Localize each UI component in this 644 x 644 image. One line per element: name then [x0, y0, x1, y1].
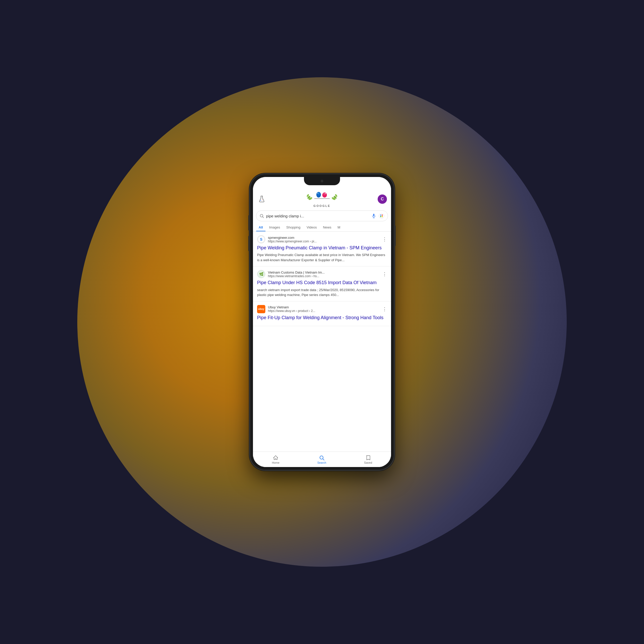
more-options-2[interactable]: ⋮ — [382, 272, 387, 276]
nav-saved[interactable]: Saved — [364, 455, 372, 464]
result-title-3[interactable]: Pipe Fit-Up Clamp for Welding Alignment … — [257, 315, 387, 321]
search-nav-icon — [319, 455, 325, 461]
svg-line-17 — [262, 217, 264, 218]
tab-images[interactable]: Images — [267, 223, 283, 231]
source-name-2: Vietnam Customs Data | Vietnam Im... — [268, 270, 380, 274]
google-header: GOOGLE C — [253, 190, 391, 209]
tab-news[interactable]: News — [320, 223, 334, 231]
svg-line-26 — [323, 459, 324, 460]
more-options-3[interactable]: ⋮ — [382, 307, 387, 311]
source-logo-spm: S — [257, 235, 265, 243]
phone-device: GOOGLE C pipe welding clamp i... — [250, 174, 394, 470]
svg-text:S: S — [260, 237, 262, 241]
search-query: pipe welding clamp i... — [266, 214, 369, 218]
result-title-1[interactable]: Pipe Welding Pneumatic Clamp in Vietnam … — [257, 245, 387, 251]
source-info-3: Ubuy Vietnam https://www.ubuy.vn › produ… — [268, 305, 380, 313]
result-title-2[interactable]: Pipe Clamp Under HS Code 8515 Import Dat… — [257, 280, 387, 286]
source-url-2: https://www.vietnamtrades.com › hs... — [268, 274, 380, 278]
nav-search-label: Search — [317, 461, 326, 464]
microphone-icon[interactable] — [371, 213, 376, 218]
source-name-3: Ubuy Vietnam — [268, 305, 380, 309]
svg-point-13 — [325, 193, 326, 194]
svg-point-9 — [317, 192, 320, 195]
doodle-image — [305, 191, 339, 204]
svg-point-1 — [262, 200, 262, 200]
google-doodle: GOOGLE — [305, 191, 339, 207]
nav-home[interactable]: Home — [272, 455, 279, 464]
search-icon — [259, 214, 264, 218]
tab-all[interactable]: All — [256, 223, 266, 231]
flask-icon[interactable] — [257, 194, 266, 204]
svg-point-12 — [323, 192, 326, 195]
result-card-2: 🌿 Vietnam Customs Data | Vietnam Im... h… — [253, 266, 391, 301]
more-options-1[interactable]: ⋮ — [382, 237, 387, 242]
svg-point-0 — [260, 200, 261, 201]
doodle-label: GOOGLE — [313, 204, 331, 207]
phone-frame: GOOGLE C pipe welding clamp i... — [250, 174, 394, 470]
source-logo-ubuy: ubuy — [257, 305, 265, 313]
phone-screen: GOOGLE C pipe welding clamp i... — [253, 177, 391, 467]
screen-content: GOOGLE C pipe welding clamp i... — [253, 177, 391, 467]
tab-shopping[interactable]: Shopping — [284, 223, 303, 231]
result-desc-1: Pipe Welding Pneumatic Clamp available a… — [257, 252, 387, 262]
result-card-3: ubuy Ubuy Vietnam https://www.ubuy.vn › … — [253, 301, 391, 326]
nav-search[interactable]: Search — [317, 455, 326, 464]
notch — [304, 177, 340, 185]
source-info-2: Vietnam Customs Data | Vietnam Im... htt… — [268, 270, 380, 278]
result-source-2: 🌿 Vietnam Customs Data | Vietnam Im... h… — [257, 270, 387, 278]
volume-down-button[interactable] — [248, 236, 250, 251]
source-logo-vietnam: 🌿 — [257, 270, 265, 278]
front-camera — [321, 180, 323, 182]
source-url-1: https://www.spmengineer.com › pi... — [268, 240, 380, 243]
home-icon — [273, 455, 278, 461]
source-name-1: spmengineer.com — [268, 236, 380, 240]
search-tabs: All Images Shopping Videos News — [253, 223, 391, 232]
bookmark-icon — [365, 455, 371, 461]
result-source-1: S spmengineer.com https://www.spmenginee… — [257, 235, 387, 243]
power-button[interactable] — [394, 225, 396, 246]
user-avatar[interactable]: C — [378, 194, 387, 204]
google-lens-icon[interactable] — [378, 213, 385, 219]
nav-saved-label: Saved — [364, 461, 372, 464]
search-bar[interactable]: pipe welding clamp i... — [256, 210, 388, 221]
volume-up-button[interactable] — [248, 215, 250, 231]
result-source-3: ubuy Ubuy Vietnam https://www.ubuy.vn › … — [257, 305, 387, 313]
svg-rect-18 — [373, 214, 375, 216]
bottom-navigation: Home Search Saved — [253, 452, 391, 467]
svg-point-10 — [318, 193, 318, 194]
result-desc-2: search vietnam import export trade data … — [257, 287, 387, 298]
search-results: S spmengineer.com https://www.spmenginee… — [253, 232, 391, 452]
svg-text:🌿: 🌿 — [259, 272, 264, 276]
source-url-3: https://www.ubuy.vn › product › 2... — [268, 309, 380, 313]
nav-home-label: Home — [272, 461, 279, 464]
tab-videos[interactable]: Videos — [304, 223, 319, 231]
result-card-1: S spmengineer.com https://www.spmenginee… — [253, 232, 391, 266]
source-info-1: spmengineer.com https://www.spmengineer.… — [268, 236, 380, 243]
tab-more[interactable]: M — [335, 223, 343, 231]
